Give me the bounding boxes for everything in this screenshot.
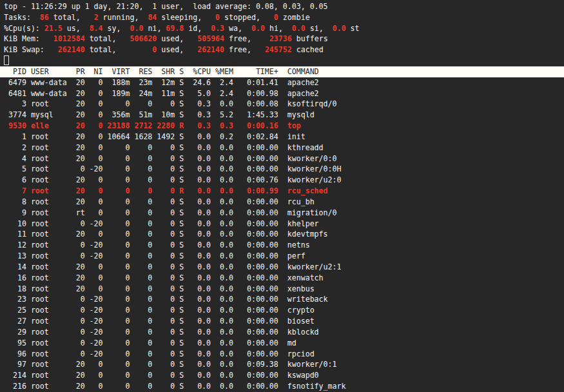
terminal-cursor bbox=[4, 55, 9, 65]
stat-value: 84 bbox=[148, 13, 157, 22]
stat-value: 2 bbox=[94, 13, 99, 22]
process-row: 214 root 20 0 0 0 0 S 0.0 0.0 0:00.00 ks… bbox=[0, 370, 564, 381]
process-row: 8 root 20 0 0 0 0 S 0.0 0.0 0:00.00 rcu_… bbox=[0, 197, 564, 208]
stat-label: total, bbox=[49, 13, 94, 22]
process-table-header: PID USER PR NI VIRT RES SHR S %CPU %MEM … bbox=[0, 66, 564, 77]
stat-label: buffers bbox=[292, 34, 328, 43]
process-row: 27 root 0 -20 0 0 0 S 0.0 0.0 0:00.00 bi… bbox=[0, 316, 564, 327]
stat-value: 1012584 bbox=[53, 34, 85, 43]
stat-value: 69.8 bbox=[166, 24, 184, 33]
process-row: 11 root 20 0 0 0 0 S 0.0 0.0 0:00.00 kde… bbox=[0, 229, 564, 240]
process-row: 4 root 20 0 0 0 0 S 0.0 0.0 0:00.00 kwor… bbox=[0, 153, 564, 164]
summary-line-swap: KiB Swap: 262140 total, 0 used, 262140 f… bbox=[0, 44, 564, 55]
process-row: 95 root 0 -20 0 0 0 S 0.0 0.0 0:00.00 md bbox=[0, 338, 564, 349]
stat-value: 21.5 bbox=[44, 24, 63, 33]
stat-label: KiB Mem: bbox=[4, 34, 53, 43]
stat-label: %Cpu(s): bbox=[4, 24, 44, 33]
summary-line-mem: KiB Mem: 1012584 total, 506620 used, 505… bbox=[0, 34, 564, 44]
process-row: 9 root rt 0 0 0 0 S 0.0 0.0 0:00.00 migr… bbox=[0, 208, 564, 219]
stat-value: 0.0 bbox=[333, 24, 346, 33]
process-row: 10 root 0 -20 0 0 0 S 0.0 0.0 0:00.00 kh… bbox=[0, 219, 564, 230]
stat-label: stopped, bbox=[220, 13, 274, 22]
stat-label: us, bbox=[63, 24, 90, 33]
summary-line-uptime: top - 11:26:29 up 1 day, 21:20, 1 user, … bbox=[0, 1, 564, 12]
stat-value: 0.0 bbox=[292, 24, 306, 33]
process-row: 1 root 20 0 10664 1628 1492 S 0.0 0.2 0:… bbox=[0, 132, 564, 142]
stat-value: 505964 bbox=[197, 34, 224, 43]
stat-label: cached bbox=[292, 45, 324, 54]
stat-label: zombie bbox=[278, 13, 310, 22]
terminal-window[interactable]: top - 11:26:29 up 1 day, 21:20, 1 user, … bbox=[0, 0, 564, 392]
stat-value: 0.0 bbox=[251, 24, 265, 33]
process-row: 18 root 20 0 0 0 0 S 0.0 0.0 0:00.00 xen… bbox=[0, 284, 564, 295]
process-row: 6481 www-data 20 0 189m 24m 11m S 5.0 2.… bbox=[0, 88, 564, 99]
stat-label: sleeping, bbox=[157, 13, 215, 22]
stat-label: total, bbox=[85, 34, 130, 43]
stat-label: wa, bbox=[224, 24, 251, 33]
process-table: 6479 www-data 20 0 188m 23m 12m S 24.6 2… bbox=[0, 77, 564, 392]
summary-line-tasks: Tasks: 86 total, 2 running, 84 sleeping,… bbox=[0, 12, 564, 23]
process-row: 7 root 20 0 0 0 0 R 0.0 0.0 0:00.99 rcu_… bbox=[0, 186, 564, 197]
process-row: 25 root 0 -20 0 0 0 S 0.0 0.0 0:00.00 cr… bbox=[0, 305, 564, 316]
process-row: 216 root 20 0 0 0 0 S 0.0 0.0 0:00.00 fs… bbox=[0, 381, 564, 392]
stat-value: 506620 bbox=[130, 34, 157, 43]
stat-label: sy, bbox=[103, 24, 130, 33]
stat-label: free, bbox=[224, 45, 265, 54]
process-row: 13 root 0 -20 0 0 0 S 0.0 0.0 0:00.00 pe… bbox=[0, 251, 564, 262]
process-row: 2 root 20 0 0 0 0 S 0.0 0.0 0:00.00 kthr… bbox=[0, 142, 564, 153]
process-row: 3 root 20 0 0 0 0 S 0.3 0.0 0:00.08 ksof… bbox=[0, 99, 564, 110]
stat-value: 245752 bbox=[265, 45, 292, 54]
process-row: 3774 mysql 20 0 356m 51m 10m S 0.3 5.2 1… bbox=[0, 110, 564, 121]
process-row: 23 root 0 -20 0 0 0 S 0.0 0.0 0:00.00 wr… bbox=[0, 294, 564, 305]
process-row: 6 root 20 0 0 0 0 S 0.0 0.0 0:00.76 kwor… bbox=[0, 175, 564, 186]
stat-label: used, bbox=[157, 34, 197, 43]
summary-line-cpu: %Cpu(s): 21.5 us, 8.4 sy, 0.0 ni, 69.8 i… bbox=[0, 23, 564, 34]
process-row: 5 root 0 -20 0 0 0 S 0.0 0.0 0:00.00 kwo… bbox=[0, 164, 564, 175]
stat-value: 86 bbox=[40, 13, 49, 22]
stat-label: top - 11:26:29 up 1 day, 21:20, 1 user, … bbox=[4, 2, 328, 11]
stat-label: used, bbox=[157, 45, 197, 54]
process-row: 16 root 20 0 0 0 0 S 0.0 0.0 0:00.00 xen… bbox=[0, 273, 564, 284]
stat-value: 0.0 bbox=[130, 24, 143, 33]
process-row: 96 root 0 -20 0 0 0 S 0.0 0.0 0:00.00 rp… bbox=[0, 349, 564, 360]
cursor-line bbox=[0, 55, 564, 66]
stat-label: st bbox=[346, 24, 360, 33]
process-row: 14 root 20 0 0 0 0 S 0.0 0.0 0:00.00 kwo… bbox=[0, 262, 564, 273]
stat-label: ni, bbox=[143, 24, 166, 33]
stat-value: 0 bbox=[274, 13, 278, 22]
stat-label: hi, bbox=[265, 24, 292, 33]
stat-value: 23736 bbox=[269, 34, 292, 43]
top-summary: top - 11:26:29 up 1 day, 21:20, 1 user, … bbox=[0, 1, 564, 55]
stat-value: 262140 bbox=[197, 45, 224, 54]
stat-label: id, bbox=[184, 24, 211, 33]
process-row: 6479 www-data 20 0 188m 23m 12m S 24.6 2… bbox=[0, 77, 564, 88]
process-row: 97 root 20 0 0 0 0 S 0.0 0.0 0:09.38 kwo… bbox=[0, 359, 564, 370]
stat-label: KiB Swap: bbox=[4, 45, 58, 54]
stat-label: total, bbox=[85, 45, 153, 54]
stat-label: running, bbox=[99, 13, 148, 22]
stat-label: Tasks: bbox=[4, 13, 40, 22]
process-row: 29 root 0 -20 0 0 0 S 0.0 0.0 0:00.00 kb… bbox=[0, 327, 564, 338]
stat-label: free, bbox=[224, 34, 269, 43]
stat-label: si, bbox=[306, 24, 333, 33]
stat-value: 262140 bbox=[58, 45, 85, 54]
process-row: 12 root 0 -20 0 0 0 S 0.0 0.0 0:00.00 ne… bbox=[0, 240, 564, 251]
stat-value: 0.3 bbox=[211, 24, 224, 33]
process-row: 9530 elle 20 0 23188 2712 2280 R 0.3 0.3… bbox=[0, 121, 564, 132]
stat-value: 8.4 bbox=[90, 24, 103, 33]
